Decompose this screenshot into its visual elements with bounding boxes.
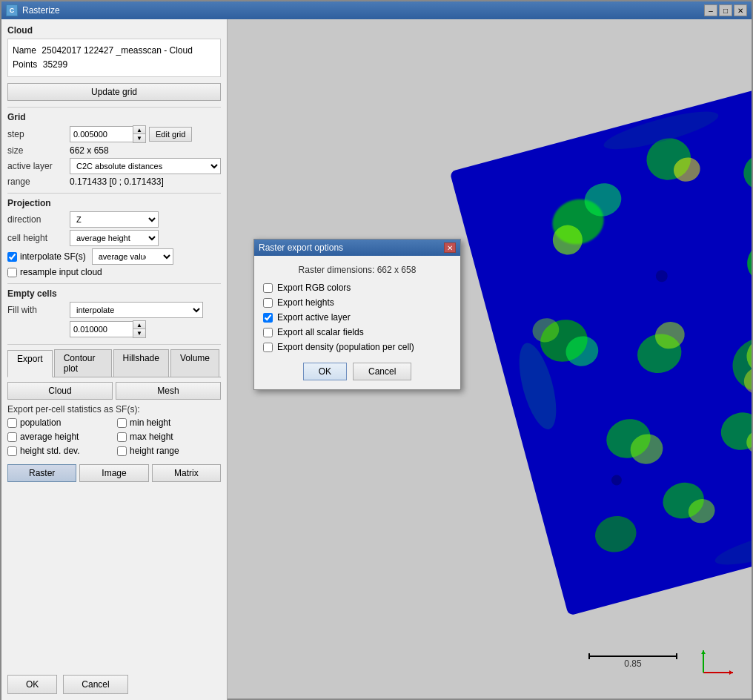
app-icon: C [6, 4, 18, 16]
height-range-label: height range [130, 446, 179, 456]
export-density-label: Export density (population per cell) [277, 342, 414, 352]
dialog-buttons: OK Cancel [263, 363, 451, 380]
dialog-cancel-button[interactable]: Cancel [353, 363, 411, 380]
raster-button[interactable]: Raster [7, 464, 76, 482]
export-all-scalar-checkbox[interactable] [263, 328, 273, 337]
export-active-layer-checkbox[interactable] [263, 313, 273, 323]
max-height-row: max height [117, 432, 221, 442]
empty-cells-section: Empty cells Fill with interpolate ▲ ▼ [7, 288, 221, 338]
scale-bar: 0.85 [588, 656, 677, 669]
export-heights-label: Export heights [277, 297, 334, 308]
step-row: step ▲ ▼ Edit grid [7, 125, 221, 143]
export-rgb-label: Export RGB colors [277, 283, 351, 293]
resample-checkbox[interactable] [7, 268, 17, 277]
height-range-checkbox[interactable] [117, 446, 127, 456]
fill-value-increment[interactable]: ▲ [133, 321, 145, 329]
direction-select[interactable]: Z [70, 211, 159, 228]
divider-2 [7, 193, 221, 194]
step-label: step [7, 129, 67, 139]
average-height-checkbox[interactable] [7, 432, 17, 442]
interpolate-checkbox[interactable] [7, 252, 17, 262]
cloud-points-row: Points 35299 [13, 58, 216, 72]
max-height-label: max height [130, 432, 173, 442]
step-spinners: ▲ ▼ [133, 125, 146, 143]
grid-section: Grid step ▲ ▼ Edit grid size 662 x 658 a… [7, 112, 221, 187]
min-height-row: min height [117, 417, 221, 428]
edit-grid-button[interactable]: Edit grid [149, 127, 192, 142]
title-controls: – □ ✕ [704, 4, 747, 16]
active-layer-select[interactable]: C2C absolute distances [70, 158, 221, 174]
cancel-button[interactable]: Cancel [63, 675, 127, 694]
empty-cells-label: Empty cells [7, 288, 221, 299]
fill-value-input[interactable] [70, 321, 133, 337]
title-bar: C Rasterize – □ ✕ [1, 1, 752, 19]
title-bar-left: C Rasterize [6, 4, 60, 16]
cell-height-row: cell height average height [7, 230, 221, 246]
active-layer-row: active layer C2C absolute distances [7, 158, 221, 174]
cell-height-select[interactable]: average height [70, 230, 159, 246]
main-window: C Rasterize – □ ✕ Cloud Name 25042017 12… [0, 0, 753, 700]
height-std-dev-label: height std. dev. [20, 446, 80, 456]
cloud-mesh-row: Cloud Mesh [7, 382, 221, 400]
average-height-row: average height [7, 432, 111, 442]
cloud-info: Name 25042017 122427 _measscan - Cloud P… [7, 39, 221, 77]
range-value: 0.171433 [0 ; 0.171433] [70, 176, 164, 187]
divider-4 [7, 344, 221, 345]
dialog-title-bar: Raster export options ✕ [254, 240, 460, 256]
export-rgb-row: Export RGB colors [263, 283, 451, 293]
matrix-button[interactable]: Matrix [152, 464, 221, 482]
active-layer-dropdown-wrap: C2C absolute distances [70, 158, 221, 174]
population-label: population [20, 417, 61, 428]
window-title: Rasterize [22, 5, 60, 16]
tab-contour-plot[interactable]: Contour plot [54, 349, 112, 377]
fill-value-decrement[interactable]: ▼ [133, 329, 145, 337]
update-grid-button[interactable]: Update grid [7, 83, 221, 101]
minimize-button[interactable]: – [704, 4, 717, 16]
resample-row: resample input cloud [7, 267, 221, 277]
tab-hillshade[interactable]: Hillshade [113, 349, 169, 377]
mesh-button[interactable]: Mesh [116, 382, 221, 400]
export-type-buttons: Raster Image Matrix [7, 464, 221, 482]
active-layer-label: active layer [7, 161, 67, 171]
max-height-checkbox[interactable] [117, 432, 127, 442]
min-height-checkbox[interactable] [117, 418, 127, 428]
interpolate-label: interpolate SF(s) [20, 251, 86, 262]
size-value: 662 x 658 [70, 145, 109, 156]
dialog-ok-button[interactable]: OK [303, 363, 347, 380]
tab-volume[interactable]: Volume [170, 349, 219, 377]
step-decrement[interactable]: ▼ [133, 134, 145, 142]
range-row: range 0.171433 [0 ; 0.171433] [7, 176, 221, 187]
step-input[interactable] [70, 126, 133, 142]
height-std-dev-checkbox[interactable] [7, 446, 17, 456]
maximize-button[interactable]: □ [719, 4, 732, 16]
export-heights-checkbox[interactable] [263, 298, 273, 308]
export-rgb-checkbox[interactable] [263, 283, 273, 293]
population-checkbox[interactable] [7, 418, 17, 428]
interpolate-value-dropdown-wrap: average value [92, 248, 173, 265]
population-row: population [7, 417, 111, 428]
fill-select[interactable]: interpolate [70, 302, 203, 318]
divider-1 [7, 107, 221, 108]
size-label: size [7, 145, 67, 156]
ok-button[interactable]: OK [7, 675, 57, 694]
cloud-button[interactable]: Cloud [7, 382, 113, 400]
cloud-points-value: 35299 [43, 59, 67, 70]
export-section: Cloud Mesh Export per-cell statistics as… [7, 382, 221, 482]
average-height-label: average height [20, 432, 79, 442]
image-button[interactable]: Image [79, 464, 148, 482]
fill-value-spinners: ▲ ▼ [133, 320, 146, 338]
step-increment[interactable]: ▲ [133, 126, 145, 134]
dialog-close-button[interactable]: ✕ [444, 242, 456, 253]
fill-value-wrap: ▲ ▼ [70, 320, 146, 338]
divider-3 [7, 283, 221, 284]
export-active-layer-row: Export active layer [263, 312, 451, 323]
interpolate-select[interactable]: average value [92, 248, 173, 265]
export-density-checkbox[interactable] [263, 343, 273, 352]
export-all-scalar-row: Export all scalar fields [263, 327, 451, 337]
export-heights-row: Export heights [263, 297, 451, 308]
close-button[interactable]: ✕ [734, 4, 747, 16]
svg-marker-46 [701, 650, 706, 654]
fill-dropdown-wrap: interpolate [70, 302, 221, 318]
cloud-name-value: 25042017 122427 _measscan - Cloud [42, 45, 192, 56]
tab-export[interactable]: Export [7, 350, 53, 377]
